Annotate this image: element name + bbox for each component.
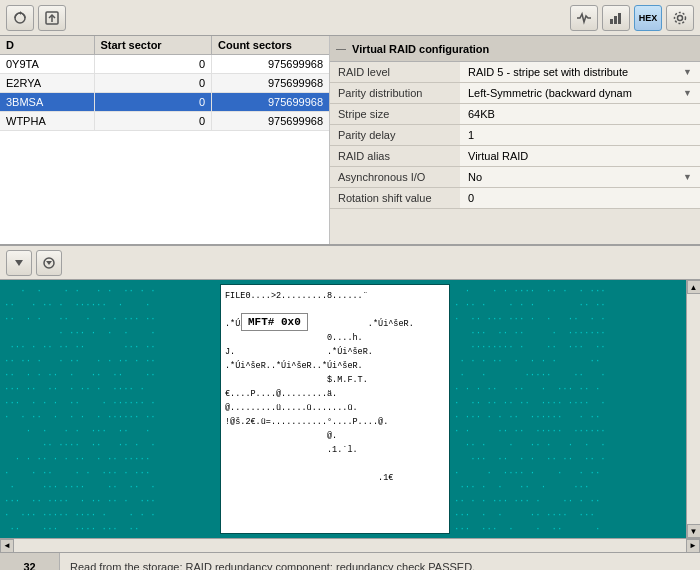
col-header-start: Start sector <box>94 36 212 55</box>
pulse-button[interactable] <box>570 5 598 31</box>
disk-table-row[interactable]: E2RYA 0 975699968 <box>0 74 329 93</box>
mid-toolbar <box>0 246 700 280</box>
disk-start-cell: 0 <box>94 55 212 74</box>
export-icon <box>44 10 60 26</box>
hex-content-panel[interactable]: FILE0....>2.........8......¨ .*Úi^šeR.* … <box>220 284 450 534</box>
svg-point-7 <box>675 12 686 23</box>
raid-header-title: Virtual RAID configuration <box>352 43 489 55</box>
dropdown-arrow-icon[interactable]: ▼ <box>683 67 692 77</box>
disk-id-cell: 0Y9TA <box>0 55 94 74</box>
raid-config-row: Rotation shift value 0 <box>330 188 700 209</box>
toolbar-left <box>6 5 66 31</box>
raid-field-label: Rotation shift value <box>330 188 460 209</box>
raid-field-value: 1 <box>460 125 700 146</box>
raid-minus-icon: — <box>336 43 346 54</box>
raid-panel: — Virtual RAID configuration RAID level … <box>330 36 700 244</box>
mid-dropdown2-button[interactable] <box>36 250 62 276</box>
raid-config-header: — Virtual RAID configuration <box>330 36 700 62</box>
raid-field-value: Virtual RAID <box>460 146 700 167</box>
raid-field-label: Parity delay <box>330 125 460 146</box>
hex-highlight-box: MFT# 0x0 <box>241 313 308 331</box>
disk-table-row[interactable]: 3BMSA 0 975699968 <box>0 93 329 112</box>
raid-config-row: RAID alias Virtual RAID <box>330 146 700 167</box>
hex-label: HEX <box>639 13 658 23</box>
raid-field-label: RAID level <box>330 62 460 83</box>
svg-marker-10 <box>46 261 52 265</box>
disk-table-row[interactable]: WTPHA 0 975699968 <box>0 112 329 131</box>
hex-button[interactable]: HEX <box>634 5 662 31</box>
disk-count-cell: 975699968 <box>212 112 330 131</box>
top-toolbar: HEX <box>0 0 700 36</box>
hex-view-area: · · · · · · ·· · · ·· · ·· · ······ · · … <box>0 280 700 538</box>
scroll-down-button[interactable]: ▼ <box>687 524 701 538</box>
raid-field-label: RAID alias <box>330 146 460 167</box>
dropdown-arrow-icon[interactable]: ▼ <box>683 88 692 98</box>
hex-dots-right: · · · ···· ·· · · ··· · ·· · · · · ·· ··… <box>450 280 686 538</box>
scroll-left-button[interactable]: ◄ <box>0 539 14 553</box>
svg-rect-3 <box>610 19 613 24</box>
svg-rect-4 <box>614 16 617 24</box>
chart-button[interactable] <box>602 5 630 31</box>
disk-start-cell: 0 <box>94 93 212 112</box>
disk-start-cell: 0 <box>94 112 212 131</box>
raid-field-value: 0 <box>460 188 700 209</box>
raid-field-value[interactable]: No ▼ <box>460 167 700 188</box>
refresh-button[interactable] <box>6 5 34 31</box>
disk-table-row[interactable]: 0Y9TA 0 975699968 <box>0 55 329 74</box>
disk-count-cell: 975699968 <box>212 74 330 93</box>
status-message: Read from the storage; RAID redundancy c… <box>60 557 700 571</box>
raid-value-text: RAID 5 - stripe set with distribute <box>468 66 628 78</box>
col-header-id: D <box>0 36 94 55</box>
disk-id-cell: E2RYA <box>0 74 94 93</box>
disk-count-cell: 975699968 <box>212 93 330 112</box>
disk-table: D Start sector Count sectors 0Y9TA 0 975… <box>0 36 329 131</box>
refresh-icon <box>12 10 28 26</box>
raid-value-text: Left-Symmetric (backward dynam <box>468 87 632 99</box>
toolbar-right: HEX <box>570 5 694 31</box>
disk-start-cell: 0 <box>94 74 212 93</box>
raid-field-label: Asynchronous I/O <box>330 167 460 188</box>
export-button[interactable] <box>38 5 66 31</box>
dropdown-arrow-icon[interactable]: ▼ <box>683 172 692 182</box>
raid-config-table: RAID level RAID 5 - stripe set with dist… <box>330 62 700 209</box>
scroll-track[interactable] <box>687 294 700 524</box>
vertical-scrollbar[interactable]: ▲ ▼ <box>686 280 700 538</box>
raid-config-row: Parity delay 1 <box>330 125 700 146</box>
raid-value-text: 64KB <box>468 108 495 120</box>
svg-rect-5 <box>618 13 621 24</box>
raid-config-row: Asynchronous I/O No ▼ <box>330 167 700 188</box>
down-arrow-icon <box>13 257 25 269</box>
raid-value-text: 0 <box>468 192 474 204</box>
raid-value-text: Virtual RAID <box>468 150 528 162</box>
svg-point-6 <box>678 15 683 20</box>
col-header-count: Count sectors <box>212 36 330 55</box>
scroll-up-button[interactable]: ▲ <box>687 280 701 294</box>
disk-id-cell: WTPHA <box>0 112 94 131</box>
raid-field-value[interactable]: Left-Symmetric (backward dynam ▼ <box>460 83 700 104</box>
raid-field-value: 64KB <box>460 104 700 125</box>
settings-button[interactable] <box>666 5 694 31</box>
raid-value-text: No <box>468 171 482 183</box>
main-area: D Start sector Count sectors 0Y9TA 0 975… <box>0 36 700 246</box>
raid-value-text: 1 <box>468 129 474 141</box>
status-sector-number: 32 <box>0 553 60 570</box>
chart-icon <box>608 10 624 26</box>
disk-id-cell: 3BMSA <box>0 93 94 112</box>
raid-config-row: Stripe size 64KB <box>330 104 700 125</box>
disk-panel: D Start sector Count sectors 0Y9TA 0 975… <box>0 36 330 244</box>
raid-config-row: Parity distribution Left-Symmetric (back… <box>330 83 700 104</box>
settings-icon <box>672 10 688 26</box>
status-bar: 32 Read from the storage; RAID redundanc… <box>0 552 700 570</box>
scroll-right-button[interactable]: ► <box>686 539 700 553</box>
horizontal-scrollbar[interactable]: ◄ ► <box>0 538 700 552</box>
raid-field-value[interactable]: RAID 5 - stripe set with distribute ▼ <box>460 62 700 83</box>
mid-dropdown1-button[interactable] <box>6 250 32 276</box>
hex-dots-left: · · · · · · ·· · · ·· · ·· · ······ · · … <box>0 280 220 538</box>
disk-count-cell: 975699968 <box>212 55 330 74</box>
h-scroll-track[interactable] <box>14 539 686 552</box>
pulse-icon <box>576 10 592 26</box>
raid-field-label: Stripe size <box>330 104 460 125</box>
hex-highlight-text: MFT# 0x0 <box>248 316 301 328</box>
svg-marker-8 <box>15 260 23 266</box>
down-circle-icon <box>43 257 55 269</box>
